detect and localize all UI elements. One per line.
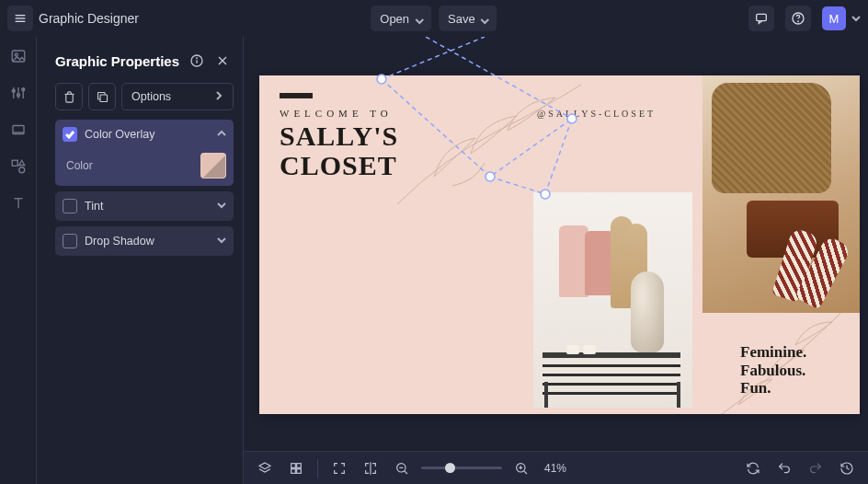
open-label: Open: [380, 12, 409, 26]
chevron-up-icon: [217, 128, 226, 141]
chevron-right-icon: [214, 90, 223, 103]
color-swatch[interactable]: [200, 153, 226, 179]
accent-bar: [280, 93, 313, 98]
redo-button[interactable]: [804, 456, 828, 480]
svg-rect-34: [297, 463, 302, 467]
artboard[interactable]: WELCOME TO SALLY'S CLOSET @SALLYS-CLOSET: [259, 75, 860, 414]
image-tool[interactable]: [8, 46, 29, 66]
user-avatar[interactable]: M: [822, 6, 846, 30]
options-label: Options: [131, 90, 171, 103]
color-overlay-label: Color Overlay: [85, 128, 154, 141]
zoom-level: 41%: [544, 462, 566, 475]
canvas[interactable]: WELCOME TO SALLY'S CLOSET @SALLYS-CLOSET: [244, 37, 868, 451]
svg-point-23: [197, 58, 198, 59]
color-row: Color: [55, 149, 234, 186]
options-dropdown[interactable]: Options: [121, 83, 234, 110]
title-line2: CLOSET: [280, 150, 397, 180]
help-button[interactable]: [785, 6, 811, 31]
grid-button[interactable]: [284, 456, 308, 480]
save-label: Save: [448, 12, 475, 26]
svg-marker-18: [18, 160, 24, 165]
svg-marker-32: [259, 463, 270, 469]
text-tool[interactable]: [8, 193, 29, 213]
tag1: Feminine.: [740, 343, 806, 361]
duplicate-button[interactable]: [88, 83, 116, 110]
layers-button[interactable]: [253, 456, 277, 480]
tag2: Fabulous.: [740, 362, 805, 379]
drop-shadow-label: Drop Shadow: [85, 235, 154, 248]
svg-point-5: [798, 21, 799, 22]
menu-button[interactable]: [7, 6, 33, 31]
app-title: Graphic Designer: [39, 11, 139, 26]
color-overlay-toggle[interactable]: Color Overlay: [55, 120, 234, 149]
tool-rail: [0, 37, 37, 484]
zoom-in-button[interactable]: [509, 456, 533, 480]
drop-shadow-toggle[interactable]: Drop Shadow: [55, 226, 234, 256]
svg-line-44: [524, 470, 527, 473]
svg-rect-16: [12, 160, 17, 166]
zoom-slider[interactable]: [421, 467, 502, 469]
chevron-down-icon: [481, 15, 488, 22]
color-overlay-checkbox[interactable]: [63, 127, 77, 142]
tint-group: Tint: [55, 191, 234, 221]
photo-clothing-rack[interactable]: [533, 192, 692, 408]
svg-marker-27: [201, 154, 226, 179]
tint-checkbox[interactable]: [63, 199, 77, 213]
sync-button[interactable]: [741, 456, 765, 480]
zoom-out-button[interactable]: [390, 456, 414, 480]
close-panel-button[interactable]: [211, 50, 234, 72]
save-button[interactable]: Save: [439, 6, 497, 31]
comments-button[interactable]: [748, 6, 774, 31]
undo-button[interactable]: [772, 456, 796, 480]
title-line1: SALLY'S: [280, 121, 398, 151]
chevron-down-icon: [217, 235, 226, 248]
main-title: SALLY'S CLOSET: [280, 121, 398, 179]
delete-button[interactable]: [55, 83, 83, 110]
svg-point-17: [18, 167, 24, 173]
user-menu-chevron[interactable]: [851, 10, 861, 27]
panel-title: Graphic Properties: [55, 53, 182, 69]
info-icon[interactable]: [186, 50, 208, 72]
tint-label: Tint: [85, 200, 103, 213]
chevron-down-icon: [217, 200, 226, 213]
color-label: Color: [66, 159, 93, 172]
svg-rect-35: [291, 468, 296, 473]
properties-panel: Graphic Properties Options Color Overlay…: [37, 37, 244, 484]
drop-shadow-checkbox[interactable]: [63, 234, 77, 248]
svg-rect-26: [100, 95, 108, 102]
fit-screen-button[interactable]: [327, 456, 351, 480]
chevron-down-icon: [415, 15, 422, 22]
drop-shadow-group: Drop Shadow: [55, 226, 234, 256]
welcome-text: WELCOME TO: [280, 108, 393, 119]
svg-rect-36: [297, 468, 302, 473]
open-button[interactable]: Open: [371, 6, 431, 31]
actual-size-button[interactable]: [359, 456, 383, 480]
social-handle: @SALLYS-CLOSET: [537, 109, 656, 119]
svg-point-7: [15, 53, 17, 56]
bottom-toolbar: 41%: [244, 451, 868, 484]
frame-tool[interactable]: [8, 120, 29, 140]
svg-rect-3: [757, 14, 767, 20]
history-button[interactable]: [835, 456, 859, 480]
svg-line-40: [405, 470, 407, 473]
tint-toggle[interactable]: Tint: [55, 191, 234, 221]
tagline: Feminine. Fabulous. Fun.: [740, 343, 806, 398]
svg-rect-33: [291, 463, 296, 467]
shapes-tool[interactable]: [8, 156, 29, 177]
color-overlay-group: Color Overlay Color: [55, 120, 234, 186]
photo-accessories[interactable]: [702, 75, 860, 313]
adjust-tool[interactable]: [8, 83, 29, 103]
tag3: Fun.: [740, 379, 771, 397]
